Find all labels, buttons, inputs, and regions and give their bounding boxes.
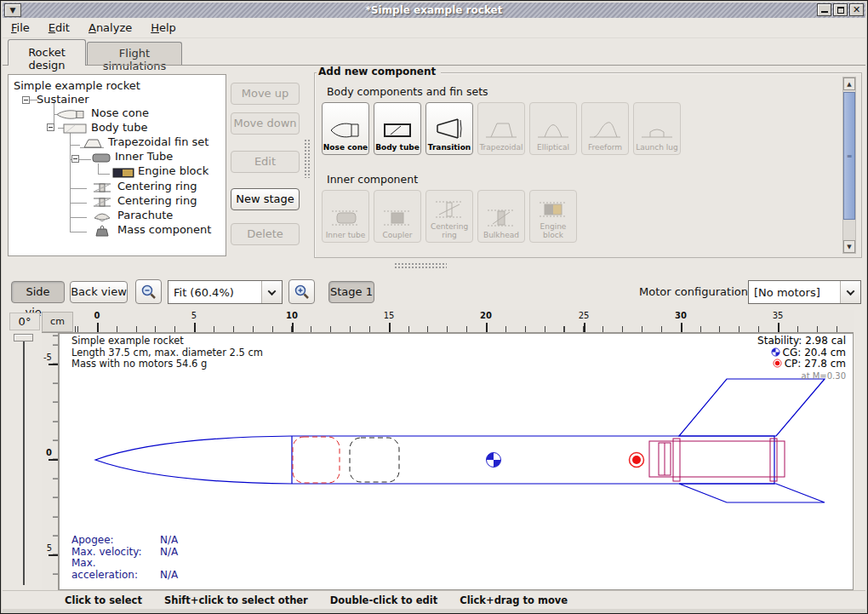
inner-component-label: Inner component bbox=[327, 173, 418, 186]
elliptical-fin-icon bbox=[536, 118, 570, 141]
menu-help[interactable]: Help bbox=[151, 21, 176, 34]
zoom-select[interactable]: Fit (60.4%) bbox=[168, 280, 283, 304]
expander-body-tube[interactable] bbox=[47, 123, 54, 131]
hint-shift-click: Shift+click to select other bbox=[164, 594, 308, 606]
tree-row-inner-tube[interactable]: Inner Tube bbox=[115, 150, 173, 164]
edit-button[interactable]: Edit bbox=[231, 151, 300, 173]
menu-edit[interactable]: Edit bbox=[49, 21, 70, 34]
chevron-down-icon[interactable] bbox=[840, 281, 860, 303]
coupler-icon bbox=[380, 207, 414, 229]
add-centering-ring-button[interactable]: Centering ring bbox=[425, 190, 473, 243]
magnifier-minus-icon bbox=[140, 284, 157, 301]
minimize-button[interactable] bbox=[817, 3, 831, 16]
zoom-select-value: Fit (60.4%) bbox=[168, 286, 261, 299]
zoom-out-button[interactable] bbox=[135, 279, 162, 304]
centering-ring-icon bbox=[432, 198, 466, 221]
tab-underline bbox=[3, 65, 865, 66]
new-stage-button[interactable]: New stage bbox=[231, 188, 300, 210]
fin-set-icon bbox=[80, 138, 104, 149]
add-bulkhead-button[interactable]: Bulkhead bbox=[477, 190, 525, 243]
move-down-button[interactable]: Move down bbox=[231, 112, 300, 135]
max-acceleration-row: Max. acceleration:N/A bbox=[71, 558, 178, 581]
menu-analyze[interactable]: Analyze bbox=[89, 21, 132, 34]
window-menu-icon[interactable]: ▼ bbox=[4, 3, 21, 17]
cg-icon bbox=[771, 347, 780, 357]
vertical-splitter-handle[interactable] bbox=[304, 139, 311, 178]
scroll-down-icon[interactable]: ▼ bbox=[843, 240, 855, 253]
back-view-toggle[interactable]: Back view bbox=[70, 281, 128, 303]
tree-row-nose-cone[interactable]: Nose cone bbox=[91, 106, 149, 120]
expander-inner-tube[interactable] bbox=[71, 155, 79, 163]
chevron-down-icon[interactable] bbox=[261, 281, 282, 303]
minimize-icon bbox=[821, 7, 828, 13]
ruler-label-v0: 0 bbox=[46, 448, 52, 457]
centering-ring-fore[interactable] bbox=[673, 439, 680, 481]
add-trapezoidal-fin-button[interactable]: Trapezoidal bbox=[477, 102, 525, 155]
motor-configuration-value: [No motors] bbox=[749, 286, 840, 299]
vertical-ruler: -5 0 5 bbox=[42, 333, 59, 590]
zoom-in-button[interactable] bbox=[288, 279, 315, 304]
add-nose-cone-button[interactable]: Nose cone bbox=[322, 102, 369, 155]
lower-fin[interactable] bbox=[679, 484, 825, 502]
rotation-slider-handle[interactable] bbox=[14, 334, 33, 341]
design-name: Simple example rocket bbox=[71, 336, 263, 347]
tree-row-centering-ring-1[interactable]: Centering ring bbox=[117, 180, 197, 193]
rotation-slider-track[interactable] bbox=[23, 338, 25, 585]
add-freeform-fin-button[interactable]: Freeform bbox=[581, 102, 629, 155]
tree-row-centering-ring-2[interactable]: Centering ring bbox=[117, 194, 197, 208]
body-components-label: Body components and fin sets bbox=[327, 85, 488, 98]
ruler-label-v5: 5 bbox=[47, 543, 52, 553]
cp-line: CP: 27.8 cm bbox=[757, 359, 846, 370]
expander-sustainer[interactable] bbox=[22, 96, 30, 104]
tree-row-rocket[interactable]: Simple example rocket bbox=[14, 79, 140, 93]
add-coupler-button[interactable]: Coupler bbox=[374, 190, 421, 243]
title-bar[interactable]: ▼ *Simple example rocket ✕ bbox=[3, 3, 865, 18]
engine-block-icon bbox=[536, 198, 570, 221]
delete-button[interactable]: Delete bbox=[231, 223, 300, 245]
scrollbar-thumb[interactable]: ≡ bbox=[843, 92, 855, 220]
tree-row-parachute[interactable]: Parachute bbox=[117, 209, 173, 222]
tree-row-sustainer[interactable]: Sustainer bbox=[37, 93, 89, 106]
ruler-minor-ticks bbox=[73, 326, 854, 332]
mass-component-outline[interactable] bbox=[350, 438, 399, 482]
upper-fin[interactable] bbox=[679, 379, 825, 436]
tree-row-fin-set[interactable]: Trapezoidal fin set bbox=[108, 135, 208, 149]
mach-condition: at M=0.30 bbox=[757, 370, 846, 382]
component-tree[interactable]: Simple example rocket Sustainer Nose con… bbox=[8, 74, 226, 256]
side-view-toggle[interactable]: Side view bbox=[11, 281, 65, 303]
horizontal-splitter-handle[interactable] bbox=[394, 262, 447, 269]
add-engine-block-button[interactable]: Engine block bbox=[529, 190, 577, 243]
parachute-icon bbox=[92, 211, 112, 222]
tab-flight-simulations[interactable]: Flight simulations bbox=[87, 42, 182, 66]
stability-line: Stability: 2.98 cal bbox=[757, 336, 846, 347]
add-inner-tube-button[interactable]: Inner tube bbox=[322, 190, 369, 243]
menu-file[interactable]: File bbox=[11, 21, 30, 34]
close-button[interactable]: ✕ bbox=[849, 3, 864, 16]
inner-components-row: Inner tube Coupler Centering ring bbox=[322, 190, 577, 243]
scroll-up-icon[interactable]: ▲ bbox=[843, 77, 855, 90]
move-up-button[interactable]: Move up bbox=[231, 83, 300, 105]
parachute-outline[interactable] bbox=[293, 437, 340, 483]
rocket-view-canvas[interactable]: Simple example rocket Length 37.5 cm, ma… bbox=[59, 333, 854, 590]
tab-rocket-design[interactable]: Rocket design bbox=[8, 39, 86, 66]
tree-row-engine-block[interactable]: Engine block bbox=[138, 164, 208, 178]
add-body-tube-button[interactable]: Body tube bbox=[374, 102, 421, 155]
stage-1-toggle[interactable]: Stage 1 bbox=[328, 281, 374, 303]
add-elliptical-fin-button[interactable]: Elliptical bbox=[529, 102, 577, 155]
ruler-unit-label: cm bbox=[42, 312, 73, 332]
add-transition-button[interactable]: Transition bbox=[425, 102, 473, 155]
cg-line: CG: 20.4 cm bbox=[757, 347, 846, 359]
apogee-row: Apogee:N/A bbox=[71, 535, 178, 547]
motor-configuration-select[interactable]: [No motors] bbox=[748, 280, 861, 304]
inner-tube-outline[interactable] bbox=[649, 441, 785, 477]
tree-row-body-tube[interactable]: Body tube bbox=[91, 121, 148, 135]
maximize-button[interactable] bbox=[833, 3, 848, 16]
add-launch-lug-button[interactable]: Launch lug bbox=[633, 102, 681, 155]
engine-block-icon bbox=[112, 168, 134, 178]
menu-bar: File Edit Analyze Help bbox=[3, 18, 865, 38]
close-icon: ✕ bbox=[853, 5, 860, 14]
centering-ring-aft[interactable] bbox=[770, 439, 777, 481]
body-components-row: Nose cone Body tube Transition Trape bbox=[322, 102, 681, 155]
tree-row-mass-component[interactable]: Mass component bbox=[117, 223, 211, 237]
component-scrollbar[interactable]: ▲ ≡ ▼ bbox=[842, 77, 856, 254]
